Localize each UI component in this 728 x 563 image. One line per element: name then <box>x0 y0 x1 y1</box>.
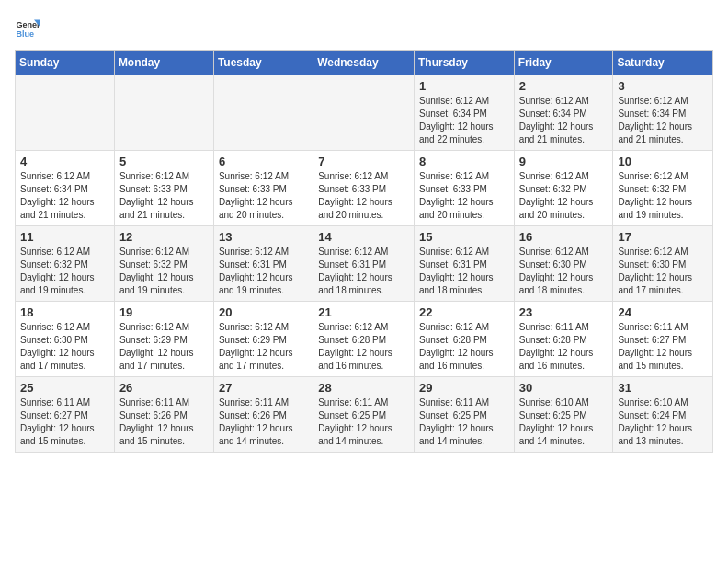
day-detail: Sunrise: 6:11 AM Sunset: 6:26 PM Dayligh… <box>219 396 308 448</box>
day-number: 24 <box>618 305 708 319</box>
day-detail: Sunrise: 6:12 AM Sunset: 6:32 PM Dayligh… <box>618 170 708 222</box>
week-row-3: 11Sunrise: 6:12 AM Sunset: 6:32 PM Dayli… <box>16 226 713 302</box>
day-detail: Sunrise: 6:10 AM Sunset: 6:24 PM Dayligh… <box>618 396 708 448</box>
page-header: General Blue <box>15 15 713 40</box>
column-header-tuesday: Tuesday <box>213 51 313 75</box>
day-cell: 2Sunrise: 6:12 AM Sunset: 6:34 PM Daylig… <box>514 75 613 151</box>
day-detail: Sunrise: 6:11 AM Sunset: 6:25 PM Dayligh… <box>419 396 509 448</box>
day-number: 3 <box>618 79 708 93</box>
week-row-5: 25Sunrise: 6:11 AM Sunset: 6:27 PM Dayli… <box>16 377 713 453</box>
day-number: 4 <box>20 155 109 168</box>
day-detail: Sunrise: 6:10 AM Sunset: 6:25 PM Dayligh… <box>519 396 609 448</box>
day-detail: Sunrise: 6:12 AM Sunset: 6:29 PM Dayligh… <box>119 321 209 373</box>
day-detail: Sunrise: 6:11 AM Sunset: 6:28 PM Dayligh… <box>519 321 609 373</box>
week-row-2: 4Sunrise: 6:12 AM Sunset: 6:34 PM Daylig… <box>16 151 713 226</box>
column-header-saturday: Saturday <box>613 51 713 75</box>
day-number: 22 <box>419 305 509 319</box>
day-detail: Sunrise: 6:12 AM Sunset: 6:28 PM Dayligh… <box>318 321 409 373</box>
day-cell: 16Sunrise: 6:12 AM Sunset: 6:30 PM Dayli… <box>514 226 613 302</box>
day-cell: 8Sunrise: 6:12 AM Sunset: 6:33 PM Daylig… <box>414 151 514 226</box>
week-row-1: 1Sunrise: 6:12 AM Sunset: 6:34 PM Daylig… <box>16 75 713 151</box>
column-header-sunday: Sunday <box>16 51 115 75</box>
day-number: 15 <box>419 230 509 244</box>
day-number: 27 <box>219 381 308 395</box>
day-number: 10 <box>618 155 708 168</box>
day-number: 13 <box>219 230 308 244</box>
day-detail: Sunrise: 6:12 AM Sunset: 6:33 PM Dayligh… <box>219 170 308 222</box>
day-detail: Sunrise: 6:11 AM Sunset: 6:25 PM Dayligh… <box>318 396 409 448</box>
day-cell: 17Sunrise: 6:12 AM Sunset: 6:30 PM Dayli… <box>613 226 713 302</box>
day-cell: 26Sunrise: 6:11 AM Sunset: 6:26 PM Dayli… <box>114 377 213 453</box>
day-cell: 29Sunrise: 6:11 AM Sunset: 6:25 PM Dayli… <box>414 377 514 453</box>
day-cell: 1Sunrise: 6:12 AM Sunset: 6:34 PM Daylig… <box>414 75 514 151</box>
day-cell: 9Sunrise: 6:12 AM Sunset: 6:32 PM Daylig… <box>514 151 613 226</box>
day-number: 17 <box>618 230 708 244</box>
day-cell: 13Sunrise: 6:12 AM Sunset: 6:31 PM Dayli… <box>213 226 313 302</box>
day-cell: 6Sunrise: 6:12 AM Sunset: 6:33 PM Daylig… <box>213 151 313 226</box>
day-detail: Sunrise: 6:12 AM Sunset: 6:32 PM Dayligh… <box>519 170 609 222</box>
day-detail: Sunrise: 6:12 AM Sunset: 6:34 PM Dayligh… <box>419 95 509 146</box>
day-detail: Sunrise: 6:12 AM Sunset: 6:34 PM Dayligh… <box>618 95 708 146</box>
day-cell: 12Sunrise: 6:12 AM Sunset: 6:32 PM Dayli… <box>114 226 213 302</box>
week-row-4: 18Sunrise: 6:12 AM Sunset: 6:30 PM Dayli… <box>16 302 713 377</box>
day-number: 11 <box>20 230 109 244</box>
day-number: 16 <box>519 230 609 244</box>
day-number: 26 <box>119 381 209 395</box>
day-detail: Sunrise: 6:12 AM Sunset: 6:31 PM Dayligh… <box>219 246 308 297</box>
day-number: 19 <box>119 305 209 319</box>
day-number: 25 <box>20 381 109 395</box>
day-cell: 28Sunrise: 6:11 AM Sunset: 6:25 PM Dayli… <box>313 377 415 453</box>
day-cell: 5Sunrise: 6:12 AM Sunset: 6:33 PM Daylig… <box>114 151 213 226</box>
day-detail: Sunrise: 6:12 AM Sunset: 6:32 PM Dayligh… <box>119 246 209 297</box>
day-detail: Sunrise: 6:12 AM Sunset: 6:34 PM Dayligh… <box>519 95 609 146</box>
header-row: SundayMondayTuesdayWednesdayThursdayFrid… <box>16 51 713 75</box>
day-number: 30 <box>519 381 609 395</box>
day-number: 21 <box>318 305 409 319</box>
day-cell: 20Sunrise: 6:12 AM Sunset: 6:29 PM Dayli… <box>213 302 313 377</box>
calendar-table: SundayMondayTuesdayWednesdayThursdayFrid… <box>15 50 713 453</box>
day-cell: 30Sunrise: 6:10 AM Sunset: 6:25 PM Dayli… <box>514 377 613 453</box>
day-detail: Sunrise: 6:12 AM Sunset: 6:33 PM Dayligh… <box>318 170 409 222</box>
day-number: 2 <box>519 79 609 93</box>
day-detail: Sunrise: 6:12 AM Sunset: 6:30 PM Dayligh… <box>618 246 708 297</box>
day-number: 29 <box>419 381 509 395</box>
day-detail: Sunrise: 6:12 AM Sunset: 6:31 PM Dayligh… <box>419 246 509 297</box>
day-number: 9 <box>519 155 609 168</box>
day-cell: 25Sunrise: 6:11 AM Sunset: 6:27 PM Dayli… <box>16 377 115 453</box>
day-cell: 27Sunrise: 6:11 AM Sunset: 6:26 PM Dayli… <box>213 377 313 453</box>
day-detail: Sunrise: 6:12 AM Sunset: 6:32 PM Dayligh… <box>20 246 109 297</box>
svg-text:Blue: Blue <box>16 29 34 39</box>
day-cell: 22Sunrise: 6:12 AM Sunset: 6:28 PM Dayli… <box>414 302 514 377</box>
day-cell: 10Sunrise: 6:12 AM Sunset: 6:32 PM Dayli… <box>613 151 713 226</box>
day-cell: 4Sunrise: 6:12 AM Sunset: 6:34 PM Daylig… <box>16 151 115 226</box>
day-detail: Sunrise: 6:12 AM Sunset: 6:30 PM Dayligh… <box>519 246 609 297</box>
day-cell: 14Sunrise: 6:12 AM Sunset: 6:31 PM Dayli… <box>313 226 415 302</box>
day-cell: 19Sunrise: 6:12 AM Sunset: 6:29 PM Dayli… <box>114 302 213 377</box>
day-number: 20 <box>219 305 308 319</box>
day-detail: Sunrise: 6:12 AM Sunset: 6:33 PM Dayligh… <box>419 170 509 222</box>
logo: General Blue <box>15 15 44 40</box>
day-cell: 24Sunrise: 6:11 AM Sunset: 6:27 PM Dayli… <box>613 302 713 377</box>
day-detail: Sunrise: 6:11 AM Sunset: 6:26 PM Dayligh… <box>119 396 209 448</box>
day-number: 12 <box>119 230 209 244</box>
column-header-friday: Friday <box>514 51 613 75</box>
day-number: 28 <box>318 381 409 395</box>
day-detail: Sunrise: 6:12 AM Sunset: 6:29 PM Dayligh… <box>219 321 308 373</box>
day-detail: Sunrise: 6:11 AM Sunset: 6:27 PM Dayligh… <box>20 396 109 448</box>
day-number: 5 <box>119 155 209 168</box>
day-number: 7 <box>318 155 409 168</box>
column-header-wednesday: Wednesday <box>313 51 415 75</box>
day-cell: 21Sunrise: 6:12 AM Sunset: 6:28 PM Dayli… <box>313 302 415 377</box>
day-number: 31 <box>618 381 708 395</box>
day-cell: 11Sunrise: 6:12 AM Sunset: 6:32 PM Dayli… <box>16 226 115 302</box>
day-detail: Sunrise: 6:12 AM Sunset: 6:28 PM Dayligh… <box>419 321 509 373</box>
day-number: 1 <box>419 79 509 93</box>
day-cell <box>114 75 213 151</box>
day-cell <box>16 75 115 151</box>
day-cell <box>213 75 313 151</box>
day-detail: Sunrise: 6:12 AM Sunset: 6:33 PM Dayligh… <box>119 170 209 222</box>
logo-icon: General Blue <box>15 15 40 40</box>
day-number: 18 <box>20 305 109 319</box>
day-cell <box>313 75 415 151</box>
day-number: 8 <box>419 155 509 168</box>
